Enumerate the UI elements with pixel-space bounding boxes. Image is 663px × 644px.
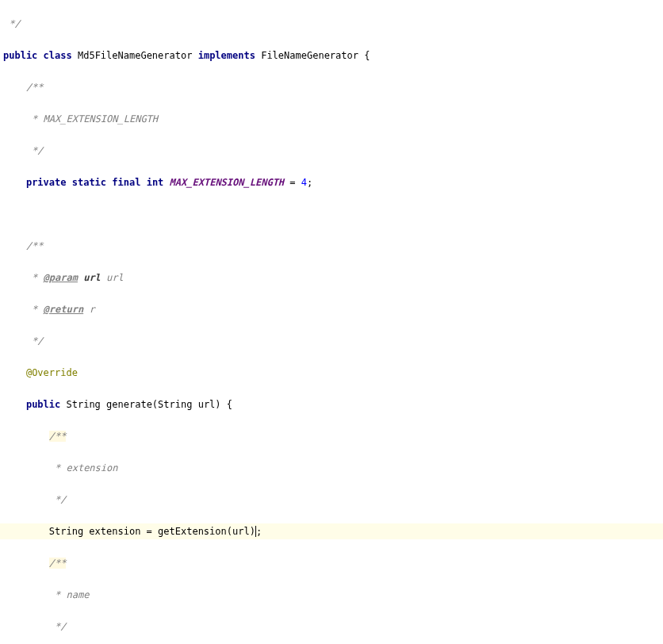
keyword-implements: implements — [198, 50, 255, 61]
javadoc-end: */ — [0, 143, 663, 159]
annotation-override: @Override — [26, 367, 78, 378]
keyword-public: public — [3, 50, 37, 61]
annotation-line: @Override — [0, 365, 663, 381]
keyword-final: final — [112, 177, 140, 188]
javadoc-start: /** — [0, 555, 663, 571]
javadoc-end: */ — [0, 492, 663, 508]
interface-name: FileNameGenerator { — [261, 50, 370, 61]
method-declaration: public String generate(String url) { — [0, 397, 663, 412]
number-literal: 4 — [301, 177, 307, 188]
javadoc-param-name: url — [78, 272, 101, 283]
javadoc-start: /** — [0, 79, 663, 95]
keyword-public: public — [26, 399, 60, 410]
javadoc-end: */ — [0, 333, 663, 349]
javadoc-start: /** — [0, 238, 663, 254]
comment-end: */ — [3, 18, 21, 29]
javadoc-body: * extension — [0, 460, 663, 476]
javadoc-return: * @return r — [0, 301, 663, 317]
code-line: */ — [0, 16, 663, 32]
field-declaration: private static final int MAX_EXTENSION_L… — [0, 174, 663, 190]
blank-line — [0, 206, 663, 222]
keyword-private: private — [26, 177, 67, 188]
code-editor[interactable]: */ public class Md5FileNameGenerator imp… — [0, 0, 663, 644]
constant-name: MAX_EXTENSION_LENGTH — [170, 177, 285, 188]
javadoc-tag: @return — [44, 304, 84, 315]
keyword-static: static — [72, 177, 106, 188]
javadoc-start: /** — [0, 428, 663, 444]
keyword-int: int — [147, 177, 164, 188]
class-name: Md5FileNameGenerator — [78, 50, 193, 61]
class-declaration: public class Md5FileNameGenerator implem… — [0, 48, 663, 63]
javadoc-tag: @param — [44, 272, 78, 283]
keyword-class: class — [44, 50, 72, 61]
current-line: String extension = getExtension(url); — [0, 523, 663, 539]
javadoc-end: */ — [0, 619, 663, 634]
javadoc-param: * @param url url — [0, 270, 663, 286]
javadoc-body: * MAX_EXTENSION_LENGTH — [0, 111, 663, 127]
javadoc-body: * name — [0, 587, 663, 603]
